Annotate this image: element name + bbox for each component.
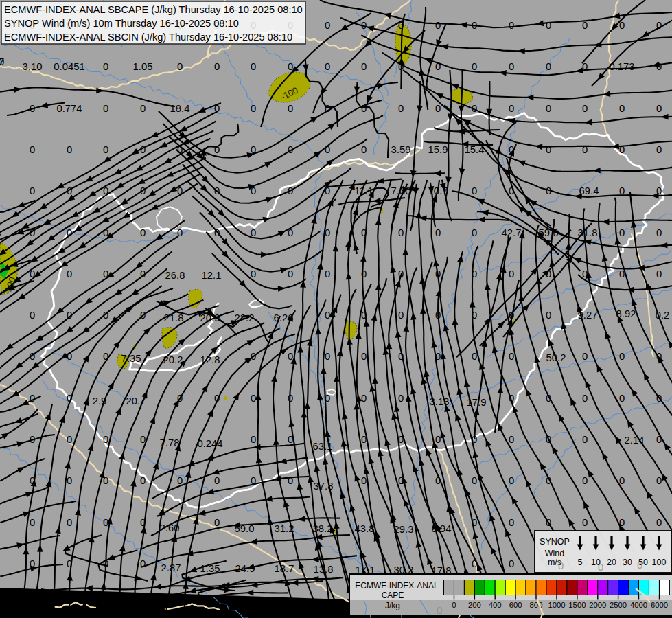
- svg-text:0: 0: [214, 61, 220, 72]
- svg-text:0: 0: [251, 393, 256, 404]
- svg-text:1500: 1500: [568, 601, 586, 609]
- svg-text:0: 0: [177, 61, 183, 72]
- svg-text:0: 0: [361, 268, 367, 279]
- svg-text:J/kg: J/kg: [385, 601, 400, 610]
- svg-text:69.4: 69.4: [579, 185, 599, 196]
- svg-text:0: 0: [619, 103, 625, 114]
- svg-text:30: 30: [623, 558, 632, 567]
- svg-text:31.8: 31.8: [578, 227, 598, 238]
- svg-text:0: 0: [288, 351, 293, 362]
- svg-text:31.2: 31.2: [275, 523, 294, 534]
- svg-text:600: 600: [509, 601, 522, 609]
- svg-text:20.9: 20.9: [200, 312, 220, 323]
- svg-text:0: 0: [619, 227, 625, 238]
- svg-text:0: 0: [140, 103, 146, 114]
- svg-text:42.7: 42.7: [502, 227, 522, 238]
- svg-text:20.7: 20.7: [126, 396, 146, 407]
- svg-text:0: 0: [472, 475, 477, 486]
- svg-text:0: 0: [67, 434, 72, 445]
- svg-text:12.1: 12.1: [202, 270, 222, 281]
- svg-text:0: 0: [325, 61, 330, 72]
- svg-text:0: 0: [251, 268, 256, 279]
- svg-text:0.0451: 0.0451: [54, 61, 84, 72]
- svg-text:0: 0: [656, 144, 662, 155]
- svg-text:37.8: 37.8: [314, 481, 334, 492]
- svg-text:0: 0: [546, 144, 551, 155]
- svg-text:0: 0: [67, 475, 72, 486]
- svg-text:10.7: 10.7: [428, 185, 448, 196]
- svg-text:20: 20: [607, 558, 616, 567]
- svg-text:0: 0: [509, 558, 514, 569]
- svg-text:0: 0: [361, 144, 367, 155]
- svg-text:0: 0: [509, 434, 514, 445]
- svg-text:7: 7: [0, 56, 4, 67]
- svg-text:0: 0: [472, 558, 477, 569]
- svg-text:43.8: 43.8: [355, 523, 375, 534]
- svg-text:0: 0: [214, 475, 220, 486]
- svg-text:59.0: 59.0: [235, 523, 255, 534]
- svg-text:0: 0: [558, 560, 564, 571]
- svg-text:0: 0: [509, 351, 514, 362]
- svg-text:ECMWF-INDEX-ANAL SBCIN (J/kg): ECMWF-INDEX-ANAL SBCIN (J/kg) Thursday 1…: [4, 32, 292, 43]
- svg-text:0: 0: [656, 268, 662, 279]
- svg-text:18.7: 18.7: [275, 563, 294, 574]
- svg-text:0: 0: [288, 268, 293, 279]
- svg-text:2000: 2000: [589, 601, 606, 609]
- svg-text:ECMWF-INDEX-ANAL SBCAPE (J/kg): ECMWF-INDEX-ANAL SBCAPE (J/kg) Thursday …: [4, 4, 303, 15]
- svg-text:0.173: 0.173: [609, 61, 634, 72]
- svg-text:12.8: 12.8: [200, 354, 220, 365]
- svg-text:0: 0: [140, 227, 146, 238]
- svg-text:0: 0: [30, 310, 35, 321]
- svg-text:0: 0: [546, 103, 551, 114]
- svg-text:0: 0: [472, 227, 477, 238]
- svg-text:0.774: 0.774: [56, 103, 82, 114]
- svg-text:0: 0: [582, 517, 588, 528]
- svg-text:0: 0: [361, 61, 367, 72]
- svg-text:0: 0: [325, 268, 330, 279]
- svg-text:0: 0: [546, 20, 551, 31]
- svg-text:0: 0: [582, 393, 588, 404]
- svg-text:0: 0: [251, 103, 256, 114]
- svg-text:0: 0: [509, 103, 514, 114]
- svg-text:0: 0: [103, 103, 108, 114]
- svg-text:2.14: 2.14: [625, 435, 645, 446]
- svg-text:0: 0: [582, 103, 588, 114]
- svg-text:200: 200: [468, 601, 481, 609]
- svg-text:21.8: 21.8: [164, 312, 184, 323]
- svg-text:0: 0: [103, 434, 108, 445]
- svg-text:0: 0: [637, 560, 642, 571]
- svg-text:0: 0: [509, 517, 514, 528]
- svg-text:0: 0: [361, 475, 367, 486]
- svg-text:63.1: 63.1: [313, 441, 333, 452]
- svg-text:0: 0: [288, 61, 293, 72]
- svg-text:0: 0: [140, 558, 146, 569]
- svg-text:59.6: 59.6: [539, 227, 559, 238]
- svg-text:9.27: 9.27: [578, 310, 598, 321]
- svg-text:0: 0: [452, 601, 456, 609]
- svg-text:0: 0: [582, 351, 588, 362]
- svg-text:0: 0: [435, 434, 441, 445]
- svg-text:0: 0: [398, 227, 404, 238]
- svg-text:0: 0: [509, 268, 514, 279]
- svg-text:0: 0: [582, 475, 588, 486]
- svg-text:0: 0: [546, 310, 551, 321]
- svg-text:0: 0: [30, 517, 35, 528]
- svg-text:0: 0: [656, 227, 662, 238]
- svg-text:400: 400: [489, 601, 502, 609]
- svg-text:29.3: 29.3: [394, 524, 414, 535]
- svg-text:0: 0: [361, 393, 367, 404]
- svg-text:0.2: 0.2: [656, 310, 670, 321]
- svg-text:15.9: 15.9: [428, 144, 448, 155]
- svg-text:3.13: 3.13: [430, 396, 450, 407]
- svg-text:38.2: 38.2: [313, 523, 333, 534]
- svg-text:0: 0: [214, 517, 220, 528]
- svg-text:0.244: 0.244: [197, 438, 222, 449]
- svg-text:20.2: 20.2: [163, 354, 183, 365]
- svg-text:0: 0: [472, 351, 477, 362]
- svg-text:0: 0: [251, 434, 256, 445]
- svg-text:0: 0: [437, 605, 442, 616]
- svg-text:18.4: 18.4: [170, 103, 190, 114]
- svg-text:0: 0: [435, 20, 441, 31]
- svg-text:0: 0: [288, 103, 293, 114]
- svg-text:0: 0: [67, 517, 72, 528]
